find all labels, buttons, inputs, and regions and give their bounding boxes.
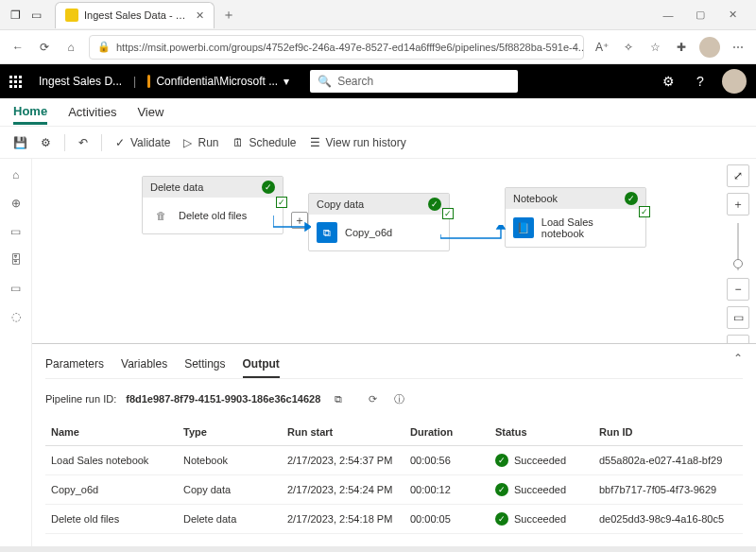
calendar-icon: 🗓 <box>232 136 244 149</box>
validate-button[interactable]: ✓Validate <box>115 136 170 149</box>
output-table: Name Type Run start Duration Status Run … <box>45 419 743 534</box>
back-icon[interactable]: ← <box>9 41 26 54</box>
undo-button[interactable]: ↶ <box>78 136 88 149</box>
history-button[interactable]: ☰View run history <box>310 136 406 149</box>
refresh-output-icon[interactable]: ⟳ <box>364 390 381 407</box>
table-row[interactable]: Copy_o6dCopy data2/17/2023, 2:54:24 PM00… <box>45 475 743 505</box>
window-maximize[interactable]: ▢ <box>684 9 716 21</box>
lock-icon: 🔒 <box>97 41 111 53</box>
rail-browse-icon[interactable]: ▭ <box>10 225 21 238</box>
output-success-port[interactable]: ✓ <box>442 208 454 219</box>
collections-icon[interactable]: ✚ <box>673 41 690 54</box>
window-minimize[interactable]: — <box>652 9 684 21</box>
tab-variables[interactable]: Variables <box>121 352 167 378</box>
close-tab-icon[interactable]: ✕ <box>196 9 204 22</box>
user-avatar[interactable] <box>722 69 747 94</box>
output-success-port[interactable]: ✓ <box>276 197 287 208</box>
details-tabs: Parameters Variables Settings Output <box>45 352 743 379</box>
powerbi-favicon <box>65 9 78 22</box>
details-panel: ⌃ Parameters Variables Settings Output P… <box>32 343 756 552</box>
refresh-icon[interactable]: ⟳ <box>36 41 53 54</box>
read-aloud-icon[interactable]: A⁺ <box>593 41 610 54</box>
success-icon: ✓ <box>428 198 441 211</box>
schedule-button[interactable]: 🗓Schedule <box>232 136 297 149</box>
save-button[interactable]: 💾 <box>13 136 27 149</box>
help-icon[interactable]: ? <box>690 74 711 89</box>
recent-icon[interactable]: ❐ <box>8 8 23 23</box>
minimap-button[interactable]: ⊞ <box>727 335 749 343</box>
browser-tab[interactable]: Ingest Sales Data - Data enginee ✕ <box>55 2 215 28</box>
taskbar <box>0 546 756 552</box>
tracking-icon[interactable]: ✧ <box>620 41 637 54</box>
table-row[interactable]: Load Sales notebookNotebook2/17/2023, 2:… <box>45 446 743 475</box>
copy-icon: ⧉ <box>317 222 337 243</box>
left-rail: ⌂ ⊕ ▭ 🗄 ▭ ◌ <box>0 159 32 552</box>
output-success-port[interactable]: ✓ <box>639 206 650 217</box>
window-close[interactable]: ✕ <box>716 9 748 21</box>
tabs-icon[interactable]: ▭ <box>28 8 43 23</box>
svg-marker-1 <box>497 225 505 229</box>
connector <box>273 216 311 233</box>
zoom-in-button[interactable]: ＋ <box>727 193 749 216</box>
settings-icon[interactable]: ⚙ <box>658 74 679 89</box>
pipeline-canvas[interactable]: Delete data✓ 🗑Delete old files ✓ ＋ Copy … <box>32 159 756 343</box>
rail-onelake-icon[interactable]: 🗄 <box>10 253 22 267</box>
address-bar[interactable]: 🔒 https://msit.powerbi.com/groups/4752ef… <box>89 35 584 60</box>
app-header: Ingest Sales D... | Confidential\Microso… <box>0 64 756 98</box>
rail-create-icon[interactable]: ⊕ <box>11 197 21 210</box>
chevron-down-icon: ▾ <box>284 75 289 88</box>
table-row[interactable]: Delete old filesDelete data2/17/2023, 2:… <box>45 505 743 534</box>
ribbon-tabs: Home Activities View <box>0 98 756 127</box>
document-title[interactable]: Ingest Sales D... <box>39 75 122 88</box>
success-icon: ✓ <box>625 192 638 205</box>
home-icon[interactable]: ⌂ <box>62 41 79 54</box>
success-icon: ✓ <box>495 512 508 526</box>
info-icon[interactable]: ⓘ <box>390 390 407 407</box>
rail-monitor-icon[interactable]: ▭ <box>10 282 21 295</box>
ribbon-tab-home[interactable]: Home <box>13 100 47 125</box>
success-icon: ✓ <box>262 181 275 194</box>
app-launcher-icon[interactable] <box>9 76 22 88</box>
tab-output[interactable]: Output <box>243 352 280 378</box>
connector <box>440 225 507 242</box>
tab-title: Ingest Sales Data - Data enginee <box>84 9 188 21</box>
trash-icon: 🗑 <box>150 205 171 226</box>
shield-icon <box>147 75 150 88</box>
zoom-autofit-button[interactable]: ⤢ <box>727 164 749 187</box>
search-icon: 🔍 <box>318 75 332 88</box>
ribbon-tab-activities[interactable]: Activities <box>68 101 116 123</box>
zoom-slider[interactable] <box>737 223 739 270</box>
tab-settings[interactable]: Settings <box>184 352 225 378</box>
tab-parameters[interactable]: Parameters <box>45 352 104 378</box>
settings-button[interactable]: ⚙ <box>41 136 51 149</box>
ribbon-toolbar: 💾 ⚙ ↶ ✓Validate ▷Run 🗓Schedule ☰View run… <box>0 127 756 159</box>
favorite-icon[interactable]: ☆ <box>646 41 663 54</box>
fit-to-screen-button[interactable]: ▭ <box>727 306 749 329</box>
collapse-panel-icon[interactable]: ⌃ <box>733 352 743 365</box>
success-icon: ✓ <box>495 483 508 496</box>
sensitivity-label[interactable]: Confidential\Microsoft ... ▾ <box>147 75 289 88</box>
search-placeholder: Search <box>337 75 373 88</box>
copy-runid-icon[interactable]: ⧉ <box>330 390 347 407</box>
more-icon[interactable]: ⋯ <box>730 41 747 54</box>
search-box[interactable]: 🔍 Search <box>310 70 518 93</box>
play-icon: ▷ <box>183 136 192 149</box>
zoom-controls: ⤢ ＋ − ▭ ⊞ <box>726 164 750 343</box>
rail-home-icon[interactable]: ⌂ <box>12 168 19 181</box>
rail-workspaces-icon[interactable]: ◌ <box>11 310 21 323</box>
new-tab-button[interactable]: ＋ <box>222 7 235 24</box>
activity-delete-data[interactable]: Delete data✓ 🗑Delete old files <box>142 176 284 234</box>
activity-copy-data[interactable]: Copy data✓ ⧉Copy_o6d <box>308 193 450 251</box>
activity-notebook[interactable]: Notebook✓ 📘Load Sales notebook <box>505 187 646 248</box>
zoom-out-button[interactable]: − <box>727 278 749 301</box>
svg-marker-0 <box>305 223 311 231</box>
run-id-value: f8d1e987-8f79-4151-9903-186e36c14628 <box>126 393 320 405</box>
check-icon: ✓ <box>115 136 125 149</box>
profile-avatar[interactable] <box>699 37 720 58</box>
browser-toolbar: ← ⟳ ⌂ 🔒 https://msit.powerbi.com/groups/… <box>0 30 756 64</box>
url-text: https://msit.powerbi.com/groups/4752ef9c… <box>116 42 584 53</box>
run-button[interactable]: ▷Run <box>183 136 218 149</box>
ribbon-tab-view[interactable]: View <box>137 101 163 123</box>
window-titlebar: ❐ ▭ Ingest Sales Data - Data enginee ✕ ＋… <box>0 0 756 30</box>
notebook-icon: 📘 <box>513 217 534 238</box>
